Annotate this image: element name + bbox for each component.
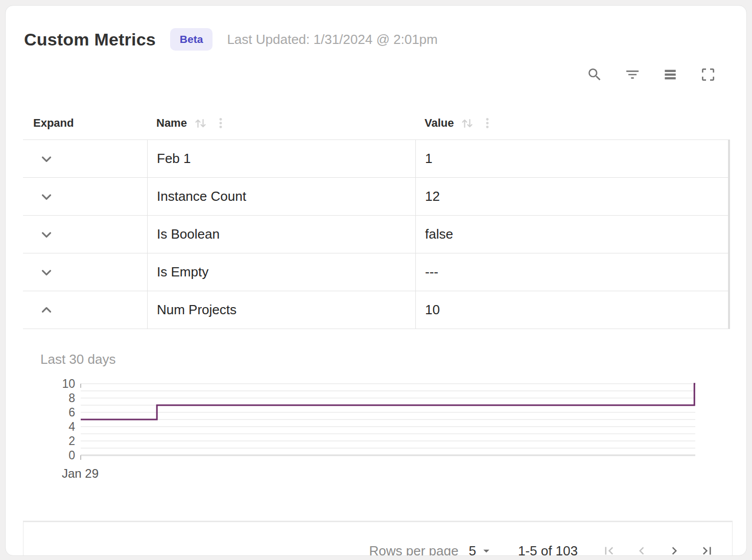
table-body: Feb 1 1 Instance Count 12 Is Boolean fal… <box>23 139 730 329</box>
chevron-down-icon[interactable] <box>38 226 55 243</box>
svg-text:8: 8 <box>68 391 75 405</box>
table-row: Feb 1 1 <box>23 139 728 177</box>
svg-text:6: 6 <box>68 406 75 419</box>
last-updated-text: Last Updated: 1/31/2024 @ 2:01pm <box>227 32 437 48</box>
chart-title: Last 30 days <box>40 352 746 367</box>
svg-text:Jan 29: Jan 29 <box>62 466 99 480</box>
name-cell: Num Projects <box>147 291 415 329</box>
chevron-up-icon[interactable] <box>38 302 55 318</box>
grid-toolbar <box>6 66 746 83</box>
expand-cell <box>23 178 147 215</box>
filter-icon[interactable] <box>624 66 641 83</box>
name-cell: Is Boolean <box>147 216 415 253</box>
svg-text:0: 0 <box>68 449 75 462</box>
rows-per-page-dropdown-icon[interactable] <box>479 544 494 556</box>
density-icon[interactable] <box>662 66 679 83</box>
rows-per-page-value[interactable]: 5 <box>468 543 476 556</box>
value-cell: 10 <box>415 291 728 329</box>
expand-cell <box>23 253 147 291</box>
svg-text:4: 4 <box>68 420 75 433</box>
table-row: Is Empty --- <box>23 253 728 291</box>
pagination-range-label: 1-5 of 103 <box>518 543 578 556</box>
column-header-value-label: Value <box>425 116 454 130</box>
custom-metrics-card: Custom Metrics Beta Last Updated: 1/31/2… <box>5 5 747 556</box>
chevron-down-icon[interactable] <box>38 189 55 205</box>
metric-history-chart: 0246810Jan 29 <box>40 378 704 485</box>
last-page-icon[interactable] <box>697 541 717 556</box>
name-cell: Is Empty <box>147 253 415 291</box>
next-page-icon[interactable] <box>665 541 684 556</box>
expand-cell <box>23 216 147 253</box>
column-menu-icon[interactable] <box>214 116 227 130</box>
expand-cell <box>23 140 147 177</box>
fullscreen-icon[interactable] <box>699 66 717 83</box>
search-icon[interactable] <box>586 66 603 83</box>
pagination-footer: Rows per page 5 1-5 of 103 <box>23 521 733 556</box>
value-cell: 1 <box>415 140 728 177</box>
column-menu-icon[interactable] <box>481 116 494 130</box>
column-header-value[interactable]: Value <box>415 116 730 130</box>
table-row-expanded: Num Projects 10 <box>23 291 728 329</box>
sort-icon[interactable] <box>194 116 207 130</box>
column-header-expand: Expand <box>23 116 147 130</box>
table-row: Instance Count 12 <box>23 177 728 215</box>
page-title: Custom Metrics <box>24 30 156 50</box>
chevron-down-icon[interactable] <box>38 151 55 167</box>
column-header-name-label: Name <box>156 116 187 130</box>
svg-text:10: 10 <box>62 378 75 390</box>
column-header-expand-label: Expand <box>33 116 74 130</box>
previous-page-icon[interactable] <box>632 541 651 556</box>
sort-icon[interactable] <box>460 116 474 130</box>
pagination-controls <box>599 541 717 556</box>
row-detail-panel: Last 30 days 0246810Jan 29 <box>6 352 746 521</box>
metrics-table: Expand Name Value <box>23 107 730 329</box>
name-cell: Instance Count <box>147 178 415 215</box>
value-cell: --- <box>415 253 728 291</box>
expand-cell <box>23 291 147 329</box>
value-cell: 12 <box>415 178 728 215</box>
first-page-icon[interactable] <box>599 541 619 556</box>
table-row: Is Boolean false <box>23 215 728 253</box>
svg-text:2: 2 <box>68 434 75 448</box>
table-header-row: Expand Name Value <box>23 107 730 139</box>
name-cell: Feb 1 <box>147 140 415 177</box>
column-header-name[interactable]: Name <box>147 116 415 130</box>
value-cell: false <box>415 216 728 253</box>
beta-badge: Beta <box>170 28 213 51</box>
rows-per-page-label: Rows per page <box>369 543 459 556</box>
page-header: Custom Metrics Beta Last Updated: 1/31/2… <box>6 6 746 51</box>
chevron-down-icon[interactable] <box>38 264 55 281</box>
